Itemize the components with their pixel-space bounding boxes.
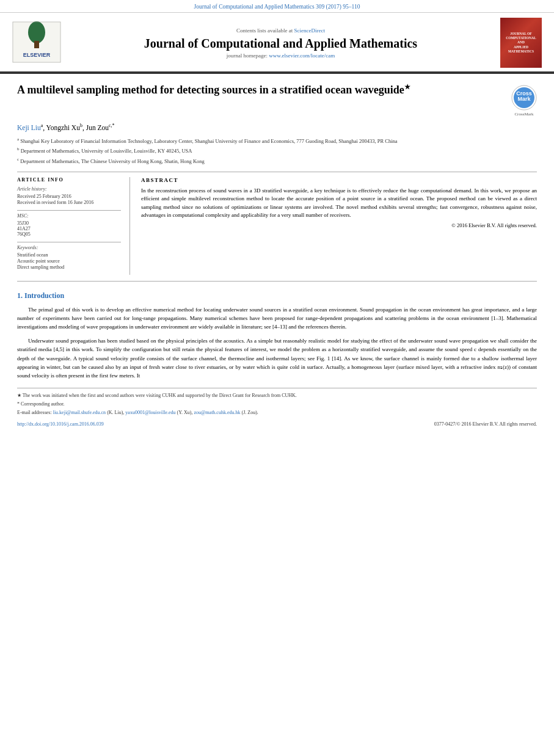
footnote-corresponding: * Corresponding author. [17, 401, 537, 408]
keyword1: Stratified ocean [17, 252, 121, 258]
svg-text:ELSEVIER: ELSEVIER [23, 52, 51, 58]
info-divider1 [17, 210, 121, 211]
email1-link[interactable]: liu.keji@mail.shufe.edu.cn [53, 410, 106, 415]
journal-main-title: Journal of Computational and Applied Mat… [67, 36, 494, 51]
aff-c-sup: c [17, 157, 19, 162]
affiliations: a Shanghai Key Laboratory of Financial I… [17, 136, 537, 165]
cover-text: JOURNAL OF COMPUTATIONAL AND APPLIED MAT… [503, 32, 539, 54]
footnote-emails: E-mail addresses: liu.keji@mail.shufe.ed… [17, 409, 537, 416]
bottom-bar: http://dx.doi.org/10.1016/j.cam.2016.06.… [17, 421, 537, 427]
sciencedirect-link[interactable]: ScienceDirect [294, 27, 325, 34]
intro-heading: 1. Introduction [17, 291, 537, 300]
received2: Received in revised form 16 June 2016 [17, 200, 121, 205]
abstract-text: In the reconstruction process of sound w… [141, 187, 537, 220]
affiliation-divider [17, 172, 537, 172]
elsevier-logo: ELSEVIER [12, 21, 61, 64]
info-divider2 [17, 242, 121, 242]
received1: Received 25 February 2016 [17, 194, 121, 199]
doi-bar-text: Journal of Computational and Applied Mat… [194, 4, 360, 10]
keywords-label: Keywords: [17, 245, 121, 250]
svg-rect-2 [34, 41, 39, 48]
history-label: Article history: [17, 186, 121, 192]
svg-point-1 [28, 21, 45, 43]
aff-a-sup: a [17, 137, 19, 142]
abstract-copyright: © 2016 Elsevier B.V. All rights reserved… [141, 222, 537, 228]
footnote-star: ★ The work was initiated when the first … [17, 392, 537, 399]
aff-b-sup: b [17, 147, 20, 151]
email3-link[interactable]: zou@math.cuhk.edu.hk [194, 410, 240, 415]
affiliation-c: c Department of Mathematics, The Chinese… [17, 156, 537, 165]
crossmark-label: CrossMark [511, 112, 537, 117]
abstract-label: ABSTRACT [141, 177, 537, 183]
crossmark-logo: Cross Mark CrossMark [511, 85, 537, 117]
sciencedirect-line: Contents lists available at ScienceDirec… [67, 27, 494, 34]
intro-para1: The primal goal of this work is to devel… [17, 305, 537, 332]
journal-title-center: Contents lists available at ScienceDirec… [67, 27, 494, 59]
svg-text:Mark: Mark [517, 96, 531, 102]
doi-bar: Journal of Computational and Applied Mat… [0, 0, 554, 13]
author1-link[interactable]: Keji Liu [17, 124, 41, 131]
article-info-label: ARTICLE INFO [17, 177, 121, 183]
journal-header: ELSEVIER Contents lists available at Sci… [0, 13, 554, 73]
msc2: 41A27 [17, 226, 121, 231]
journal-cover: JOURNAL OF COMPUTATIONAL AND APPLIED MAT… [500, 18, 542, 68]
abstract-col: ABSTRACT In the reconstruction process o… [141, 177, 537, 275]
author3-sup: c,* [109, 123, 115, 128]
paper-title: A multilevel sampling method for detecti… [17, 82, 501, 97]
affiliation-a: a Shanghai Key Laboratory of Financial I… [17, 136, 537, 145]
msc-label: MSC: [17, 213, 121, 219]
intro-para2: Underwater sound propagation has been st… [17, 336, 537, 380]
issn-text: 0377-0427/© 2016 Elsevier B.V. All right… [434, 421, 537, 427]
msc3: 76Q05 [17, 231, 121, 237]
keyword2: Acoustic point source [17, 258, 121, 264]
paper-title-row: A multilevel sampling method for detecti… [17, 82, 537, 117]
doi-link[interactable]: http://dx.doi.org/10.1016/j.cam.2016.06.… [17, 421, 104, 427]
footnotes: ★ The work was initiated when the first … [17, 388, 537, 416]
authors-line: Keji Liua, Yongzhi Xub, Jun Zouc,* [17, 123, 537, 131]
homepage-url[interactable]: www.elsevier.com/locate/cam [269, 53, 335, 59]
keyword3: Direct sampling method [17, 264, 121, 270]
two-col-layout: ARTICLE INFO Article history: Received 2… [17, 177, 537, 275]
abstract-divider [17, 281, 537, 282]
keywords-block: Keywords: Stratified ocean Acoustic poin… [17, 245, 121, 270]
introduction-section: 1. Introduction The primal goal of this … [17, 291, 537, 380]
affiliation-b: b Department of Mathematics, University … [17, 146, 537, 155]
email2-link[interactable]: yaxu0001@louisville.edu [125, 410, 175, 415]
article-info-col: ARTICLE INFO Article history: Received 2… [17, 177, 130, 275]
journal-homepage: journal homepage: www.elsevier.com/locat… [67, 53, 494, 59]
article-history-block: Article history: Received 25 February 20… [17, 186, 121, 205]
msc-block: MSC: 35J30 41A27 76Q05 [17, 213, 121, 237]
title-star: ★ [404, 83, 410, 90]
msc1: 35J30 [17, 220, 121, 226]
article-area: A multilevel sampling method for detecti… [0, 74, 554, 435]
